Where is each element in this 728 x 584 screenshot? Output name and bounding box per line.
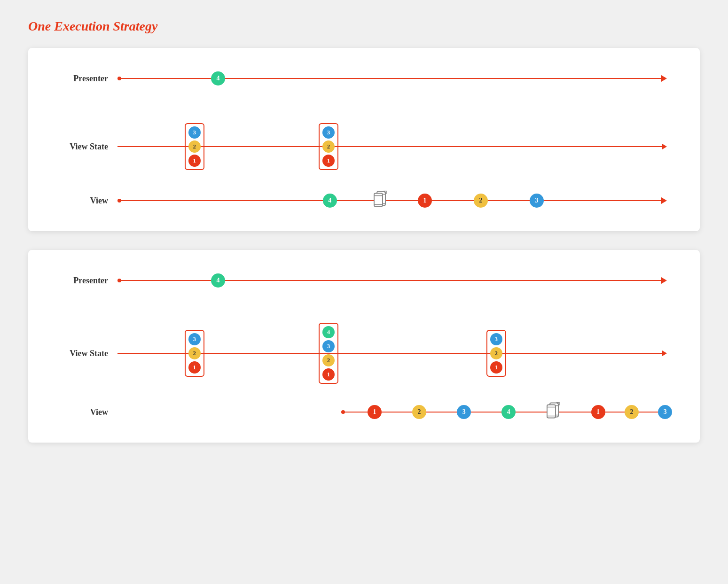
presenter-row-2: Presenter 4 <box>52 269 676 292</box>
page-title: One Execution Strategy <box>28 19 700 34</box>
view2-node-2a: 2 <box>412 405 426 419</box>
viewstate-box-2-3: 3 2 1 <box>486 330 506 377</box>
presenter-timeline-1: 4 <box>117 67 676 90</box>
viewstate-arrow-1 <box>662 144 667 149</box>
viewstate-label-1: View State <box>52 142 117 152</box>
presenter-arrow-2 <box>661 277 667 284</box>
view-node-3: 3 <box>530 194 544 208</box>
viewstate-arrow-2 <box>662 350 667 356</box>
vsb2-1-node-3: 3 <box>188 333 201 345</box>
viewstate-timeline-1: 3 2 1 3 2 1 <box>117 118 676 175</box>
viewstate-label-2: View State <box>52 349 117 358</box>
view-node-1: 1 <box>418 194 432 208</box>
vsb2-node-2: 2 <box>322 140 335 153</box>
view2-node-3b: 3 <box>658 405 672 419</box>
vsb2-node-3: 3 <box>322 126 335 139</box>
view2-node-1b: 1 <box>591 405 605 419</box>
viewstate-box-1-2: 3 2 1 <box>319 123 338 170</box>
viewstate-row-2: View State 3 2 1 4 3 2 1 3 2 1 <box>52 320 676 386</box>
view-label-2: View <box>52 407 117 417</box>
vsb2-1-node-2: 2 <box>188 347 201 359</box>
presenter-label-2: Presenter <box>52 276 117 286</box>
viewstate-box-2-1: 3 2 1 <box>185 330 204 377</box>
view-node-4: 4 <box>323 194 337 208</box>
view2-node-2b: 2 <box>625 405 639 419</box>
vsb2-3-node-1: 1 <box>490 361 502 374</box>
presenter-line-2 <box>117 280 662 281</box>
view-arrow-1 <box>661 197 667 204</box>
diagram-card-2: Presenter 4 View State 3 2 1 4 3 2 1 <box>28 250 700 443</box>
vsb1-node-3: 3 <box>188 126 201 139</box>
view-row-1: View 4 <box>52 189 676 212</box>
view-timeline-1: 4 1 2 3 <box>117 189 676 212</box>
presenter-arrow-1 <box>661 75 667 82</box>
viewstate-row-1: View State 3 2 1 3 2 1 <box>52 118 676 175</box>
vsb1-node-1: 1 <box>188 155 201 167</box>
viewstate-box-1-1: 3 2 1 <box>185 123 204 170</box>
view-timeline-2: 1 2 3 4 1 2 3 <box>117 400 676 424</box>
viewstate-box-2-2: 4 3 2 1 <box>319 323 338 384</box>
vsb2-2-node-1: 1 <box>322 368 335 381</box>
vsb2-2-node-3: 3 <box>322 340 335 352</box>
vsb2-3-node-2: 2 <box>490 347 502 359</box>
phone-icon-2 <box>546 402 560 422</box>
view-label-1: View <box>52 196 117 206</box>
vsb2-node-1: 1 <box>322 155 335 167</box>
presenter-node-4: 4 <box>211 71 225 86</box>
vsb2-3-node-3: 3 <box>490 333 502 345</box>
presenter-row-1: Presenter 4 <box>52 67 676 90</box>
view2-node-1a: 1 <box>368 405 382 419</box>
view-row-2: View 1 2 3 4 <box>52 400 676 424</box>
viewstate-timeline-2: 3 2 1 4 3 2 1 3 2 1 <box>117 320 676 386</box>
phone-icon-1 <box>373 191 387 211</box>
vsb2-2-node-2: 2 <box>322 354 335 366</box>
view-node-2: 2 <box>474 194 488 208</box>
view2-node-3a: 3 <box>457 405 471 419</box>
vsb2-1-node-1: 1 <box>188 361 201 374</box>
presenter-node-4-2: 4 <box>211 273 225 288</box>
presenter-label-1: Presenter <box>52 74 117 84</box>
vsb2-2-node-4: 4 <box>322 326 335 338</box>
presenter-line-1 <box>117 78 662 79</box>
view-line-1 <box>117 200 662 201</box>
view2-node-4a: 4 <box>501 405 516 419</box>
diagram-card-1: Presenter 4 View State 3 2 1 <box>28 48 700 231</box>
vsb1-node-2: 2 <box>188 140 201 153</box>
presenter-timeline-2: 4 <box>117 269 676 292</box>
